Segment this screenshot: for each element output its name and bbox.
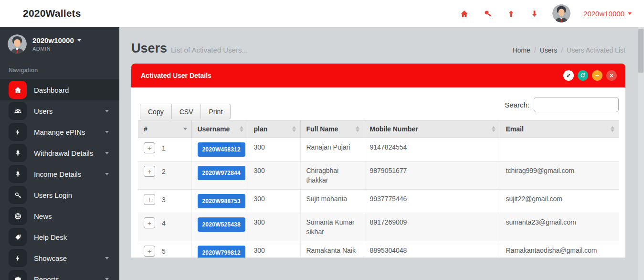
mobile-cell: 9147824554	[364, 138, 500, 162]
mobile-cell: 9879051677	[364, 162, 500, 190]
row-index: 3	[162, 195, 166, 205]
export-buttons: Copy CSV Print	[140, 104, 231, 119]
avatar	[552, 4, 570, 22]
plan-cell: 300	[248, 190, 300, 213]
scrollbar-track[interactable]	[638, 27, 644, 280]
sidebar-item-label: Help Desk	[34, 233, 67, 241]
plan-cell: 300	[248, 213, 300, 241]
sidebar-item-income-details[interactable]: Income Details	[0, 163, 119, 184]
table-row: 5 2020W799812 300 Ramakanta Naik 8895304…	[138, 241, 619, 258]
page-subtitle: List of Activated Users...	[171, 46, 248, 54]
mobile-cell: 9937775446	[364, 190, 500, 213]
users-icon	[9, 102, 27, 120]
sidebar-item-withdrawal-details[interactable]: Withdrawal Details	[0, 142, 119, 163]
breadcrumb-home[interactable]: Home	[512, 46, 530, 54]
column-header-username[interactable]: Username	[191, 120, 248, 138]
row-expand-button[interactable]	[144, 142, 155, 153]
sidebar-item-news[interactable]: News	[0, 205, 119, 226]
row-index: 4	[162, 218, 166, 228]
sort-icon	[492, 126, 496, 132]
username-badge[interactable]: 2020W799812	[198, 246, 245, 258]
breadcrumb-users[interactable]: Users	[540, 46, 558, 54]
row-expand-button[interactable]	[144, 246, 155, 257]
arrow-down-icon[interactable]	[529, 8, 539, 19]
table-row: 3 2020W988753 300 Sujit mohanta 99377754…	[138, 190, 619, 213]
user-menu[interactable]: 2020w10000	[583, 10, 632, 18]
key-icon[interactable]	[482, 8, 493, 19]
table-row: 2 2020W972844 300 Chiragbhai thakkar 987…	[138, 162, 619, 190]
row-expand-button[interactable]	[144, 194, 155, 205]
sidebar-item-label: Showcase	[34, 254, 67, 262]
panel-title: Activated User Details	[141, 72, 211, 79]
sidebar-item-label: Manange ePINs	[34, 128, 85, 136]
full-name-cell: Sujit mohanta	[300, 190, 364, 213]
chevron-down-icon	[77, 39, 81, 42]
search-label: Search:	[505, 101, 529, 109]
tag-icon	[9, 228, 27, 246]
username-badge[interactable]: 2020W458312	[198, 142, 245, 157]
key-icon	[9, 186, 27, 204]
sidebar-item-manange-epins[interactable]: Manange ePINs	[0, 121, 119, 142]
refresh-icon[interactable]	[578, 70, 588, 81]
breadcrumb-separator: /	[534, 46, 536, 54]
chevron-down-icon	[105, 173, 109, 175]
sort-icon	[356, 126, 359, 132]
panel-actions	[563, 70, 617, 81]
column-header-email[interactable]: Email	[500, 120, 619, 138]
briefcase-icon	[9, 270, 27, 280]
sidebar-item-users[interactable]: Users	[0, 100, 119, 121]
column-header-index[interactable]: #	[138, 120, 191, 138]
sidebar-item-users-login[interactable]: Users Login	[0, 184, 119, 205]
csv-button[interactable]: CSV	[172, 104, 201, 119]
topbar-actions: 2020w10000	[459, 4, 644, 22]
row-index: 5	[162, 247, 166, 256]
full-name-cell: Sumanta Kumar sikhar	[300, 213, 364, 241]
chevron-down-icon	[105, 257, 109, 259]
scrollbar-thumb[interactable]	[638, 29, 644, 73]
row-expand-button[interactable]	[144, 166, 155, 177]
profile-menu[interactable]: 2020w10000	[32, 36, 81, 44]
username-badge[interactable]: 2020W988753	[198, 194, 245, 208]
full-name-cell: Ranajan Pujari	[300, 138, 364, 162]
bolt-icon	[9, 249, 27, 267]
sidebar-item-showcase[interactable]: Showcase	[0, 248, 119, 269]
sidebar-item-reports[interactable]: Reports	[0, 269, 119, 280]
sidebar-item-label: Dashboard	[34, 86, 69, 94]
chevron-down-icon	[105, 278, 109, 280]
sidebar-item-label: Reports	[34, 275, 59, 280]
plan-cell: 300	[248, 241, 300, 258]
sidebar-item-dashboard[interactable]: Dashboard	[0, 79, 119, 100]
profile-role: ADMIN	[32, 46, 81, 52]
column-header-full-name[interactable]: Full Name	[300, 120, 364, 138]
column-header-mobile[interactable]: Mobile Number	[364, 120, 500, 138]
main-content: UsersList of Activated Users... Home / U…	[119, 27, 638, 280]
copy-button[interactable]: Copy	[140, 104, 172, 119]
sidebar: 2020w10000 ADMIN Navigation Dashboard Us…	[0, 27, 119, 280]
column-header-plan[interactable]: plan	[248, 120, 300, 138]
bolt-icon	[9, 123, 27, 141]
sidebar-item-label: Income Details	[34, 170, 81, 178]
avatar	[8, 34, 27, 54]
username-badge[interactable]: 2020W972844	[198, 166, 245, 180]
sidebar-item-help-desk[interactable]: Help Desk	[0, 226, 119, 248]
chevron-down-icon	[105, 131, 109, 133]
activated-users-panel: Activated User Details Copy	[131, 64, 625, 258]
user-menu-label: 2020w10000	[583, 10, 624, 18]
arrow-up-icon[interactable]	[506, 8, 516, 19]
username-badge[interactable]: 2020W525438	[198, 217, 245, 232]
search-input[interactable]	[534, 97, 619, 112]
home-icon[interactable]	[459, 8, 469, 19]
sidebar-item-label: Users Login	[34, 191, 72, 199]
print-button[interactable]: Print	[201, 104, 231, 119]
sort-icon	[611, 126, 614, 132]
page-title: UsersList of Activated Users...	[131, 39, 248, 56]
topbar: 2020Wallets 2020w10000	[0, 0, 644, 27]
collapse-icon[interactable]	[592, 70, 602, 81]
app-logo: 2020Wallets	[0, 8, 81, 19]
chevron-down-icon	[105, 110, 109, 112]
breadcrumb: Home / Users / Users Activated List	[512, 46, 625, 54]
close-icon[interactable]	[606, 70, 617, 81]
expand-icon[interactable]	[563, 70, 574, 81]
email-cell: Ramakantaodisha@gmail.com	[500, 241, 619, 258]
row-expand-button[interactable]	[144, 217, 155, 228]
